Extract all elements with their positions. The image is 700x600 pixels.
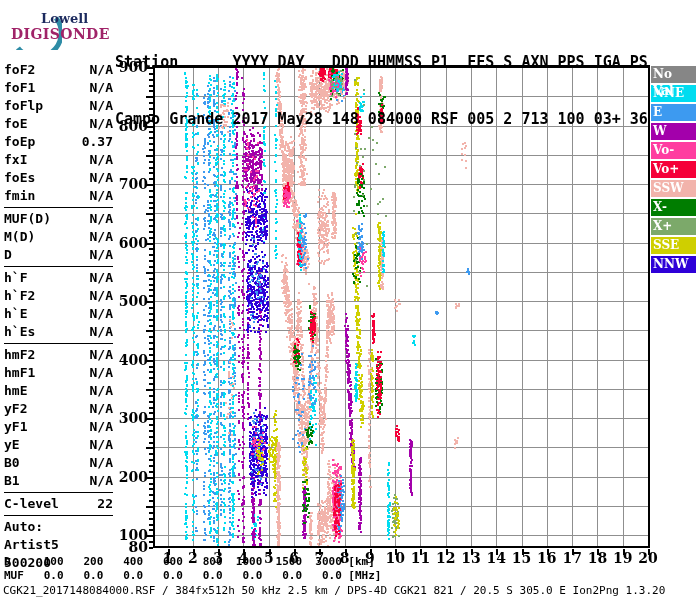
logo-lowell-text: Lowell [41,11,88,26]
legend-item-x: X+ [651,218,696,235]
parameter-value: N/A [90,210,113,228]
x-axis-tick-label: 16 [534,550,560,566]
parameter-label: yF1 [4,418,27,436]
y-axis-tick-label: 80 [112,539,148,555]
parameter-value: N/A [90,454,113,472]
y-axis-tick-label: 800 [112,118,148,134]
parameter-label: yE [4,436,20,454]
legend-item-nnw: NNW [651,256,696,273]
measurement-header: Station YYYY DAY DDD HHMMSS P1 FFS S AXN… [115,15,648,148]
x-axis-tick-label: 8 [332,550,358,566]
y-axis-tick-label: 900 [112,59,148,75]
parameter-label: D [4,246,12,264]
parameter-row: h`EsN/A [4,323,113,341]
parameter-row: h`FN/A [4,269,113,287]
lowell-digisonde-logo: Lowell DIGISONDE [2,2,110,52]
parameter-label: C-level [4,495,59,513]
parameter-value: N/A [90,287,113,305]
autoscaler-line: Artist5 [4,536,113,554]
parameter-row: yF1N/A [4,418,113,436]
parameter-label: hmF2 [4,346,35,364]
parameter-row: foEsN/A [4,169,113,187]
parameter-label: foEp [4,133,35,151]
x-axis-tick-label: 14 [483,550,509,566]
parameter-value: N/A [90,269,113,287]
parameter-value: N/A [90,436,113,454]
legend-item-sse: SSE [651,237,696,254]
header-values: Campo Grande 2017 May28 148 084000 RSF 0… [115,110,648,129]
parameter-row: DN/A [4,246,113,264]
parameter-label: MUF(D) [4,210,51,228]
parameter-row: MUF(D)N/A [4,210,113,228]
autoscaler-line: Auto: [4,518,113,536]
y-axis-tick-label: 400 [112,352,148,368]
parameter-label: foF1 [4,79,35,97]
y-axis-tick-label: 700 [112,176,148,192]
parameter-value: N/A [90,418,113,436]
parameter-label: hmE [4,382,27,400]
parameter-value: N/A [90,228,113,246]
parameter-value: N/A [90,187,113,205]
parameter-group: h`FN/Ah`F2N/Ah`EN/Ah`EsN/A [4,269,113,344]
autoscaler-text: Auto: [4,518,43,536]
parameter-value: 0.37 [82,133,113,151]
parameter-value: N/A [90,61,113,79]
parameter-row: foF1N/A [4,79,113,97]
parameter-value: N/A [90,323,113,341]
parameter-row: M(D)N/A [4,228,113,246]
x-axis-tick-label: 9 [357,550,383,566]
parameter-row: h`EN/A [4,305,113,323]
parameter-value: N/A [90,400,113,418]
legend-item-ssw: SSW [651,180,696,197]
parameter-label: hmF1 [4,364,35,382]
y-axis-tick-label: 600 [112,235,148,251]
x-axis-tick-label: 17 [559,550,585,566]
legend-item-e: E [651,104,696,121]
parameter-value: N/A [90,472,113,490]
x-axis-tick-label: 13 [458,550,484,566]
autoscaler-text: Artist5 [4,536,59,554]
parameter-group: hmF2N/AhmF1N/AhmEN/AyF2N/AyF1N/AyEN/AB0N… [4,346,113,493]
parameter-group: MUF(D)N/AM(D)N/ADN/A [4,210,113,267]
parameter-label: h`E [4,305,27,323]
x-axis-tick-label: 6 [281,550,307,566]
parameter-label: B1 [4,472,20,490]
parameter-value: N/A [90,97,113,115]
parameter-row: hmEN/A [4,382,113,400]
x-axis-tick-label: 19 [610,550,636,566]
x-axis-tick-label: 10 [382,550,408,566]
x-axis-tick-label: 7 [306,550,332,566]
parameter-row: hmF1N/A [4,364,113,382]
parameter-label: h`F [4,269,27,287]
y-axis-tick-label: 500 [112,293,148,309]
parameter-row: foEp0.37 [4,133,113,151]
legend-item-vo: Vo+ [651,161,696,178]
logo-digisonde-text: DIGISONDE [11,26,110,42]
parameter-value: N/A [90,169,113,187]
parameter-row: foEN/A [4,115,113,133]
parameter-label: h`Es [4,323,35,341]
parameter-label: fxI [4,151,27,169]
y-axis-tick-label: 300 [112,410,148,426]
parameter-row: yEN/A [4,436,113,454]
x-axis-tick-label: 15 [509,550,535,566]
parameter-row: B1N/A [4,472,113,490]
muf-row: MUF 0.0 0.0 0.0 0.0 0.0 0.0 0.0 0.0 [MHz… [4,569,382,582]
parameter-row: foFlpN/A [4,97,113,115]
parameter-value: N/A [90,346,113,364]
parameter-value: N/A [90,382,113,400]
parameter-value: N/A [90,305,113,323]
x-axis-tick-label: 3 [205,550,231,566]
x-axis-tick-label: 20 [635,550,661,566]
parameter-row: fminN/A [4,187,113,205]
parameter-group: C-level22 [4,495,113,516]
x-axis-tick-label: 12 [433,550,459,566]
parameter-value: N/A [90,364,113,382]
legend-item-w: W [651,123,696,140]
file-info-row: CGK21_2017148084000.RSF / 384fx512h 50 k… [3,584,665,597]
parameter-value: 22 [97,495,113,513]
parameter-label: yF2 [4,400,27,418]
parameter-label: foE [4,115,27,133]
x-axis-tick-label: 2 [180,550,206,566]
parameter-label: B0 [4,454,20,472]
